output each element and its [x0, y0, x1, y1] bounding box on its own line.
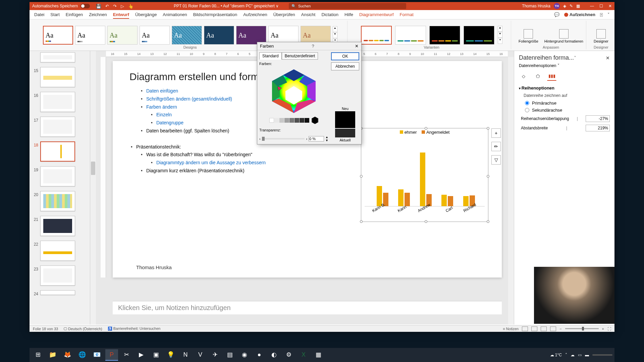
save-icon[interactable]: 💾: [96, 4, 101, 9]
slide-thumb[interactable]: [40, 52, 75, 62]
slide-thumb-23[interactable]: [40, 265, 75, 286]
variant-4[interactable]: [464, 26, 494, 45]
theme-2[interactable]: Aa: [75, 26, 105, 45]
tray-expand-icon[interactable]: ˄: [565, 353, 567, 357]
chrome-icon[interactable]: 🌐: [76, 349, 89, 361]
theme-3[interactable]: Aa: [107, 26, 138, 45]
tab-chartdesign[interactable]: Diagrammentwurf: [359, 12, 394, 17]
color-hexagon[interactable]: [267, 68, 321, 115]
tab-file[interactable]: Datei: [34, 12, 44, 17]
theme-6[interactable]: Aa: [204, 26, 234, 45]
lang-indicator[interactable]: 🖵 Deutsch (Österreich): [63, 327, 102, 331]
transp-right-icon[interactable]: ›: [306, 137, 307, 141]
slide-counter[interactable]: Folie 18 von 33: [33, 327, 58, 331]
dialog-close-icon[interactable]: ✕: [355, 44, 359, 49]
tab-slideshow[interactable]: Bildschirmpräsentation: [193, 12, 237, 17]
tab-design[interactable]: Entwurf: [113, 12, 129, 17]
minimize-button[interactable]: —: [590, 4, 594, 8]
network-icon[interactable]: ▬: [585, 353, 589, 357]
fit-button[interactable]: ⛶: [607, 327, 611, 331]
app-icon-3[interactable]: V: [194, 349, 207, 361]
start-icon[interactable]: ▷: [121, 4, 124, 9]
pane-close-icon[interactable]: ✕: [606, 55, 610, 61]
ok-button[interactable]: OK: [331, 52, 359, 60]
series-tab-icon[interactable]: ▮▮▮: [547, 71, 556, 81]
tab-review[interactable]: Überprüfen: [273, 12, 295, 17]
firefox-icon[interactable]: 🦊: [61, 349, 74, 361]
theme-1[interactable]: Aa: [43, 26, 73, 45]
editor-scrollbar[interactable]: [508, 57, 514, 324]
battery-icon[interactable]: ▭: [578, 353, 582, 357]
slide-thumb-22[interactable]: [40, 241, 75, 261]
app-icon-1[interactable]: ▣: [150, 349, 162, 361]
slide-thumb-24[interactable]: [40, 290, 75, 295]
excel-icon[interactable]: X: [297, 349, 310, 361]
theme-4[interactable]: Aa: [140, 26, 170, 45]
app-icon-5[interactable]: ●: [253, 349, 266, 361]
tab-view[interactable]: Ansicht: [301, 12, 316, 17]
theme-5[interactable]: Aa: [172, 26, 202, 45]
gap-input[interactable]: [586, 125, 610, 131]
tab-standard[interactable]: Standard: [259, 52, 282, 60]
variant-1[interactable]: [361, 26, 392, 45]
onedrive-icon[interactable]: ☁: [571, 353, 575, 357]
file-explorer-icon[interactable]: 📁: [46, 349, 59, 361]
series-options-section[interactable]: Reihenoptionen: [519, 85, 610, 90]
start-menu[interactable]: ⊞: [32, 349, 44, 361]
spin-down[interactable]: ▼: [325, 139, 328, 142]
view-reading[interactable]: [541, 326, 547, 331]
tab-transitions[interactable]: Übergänge: [135, 12, 157, 17]
dialog-help-icon[interactable]: ?: [312, 44, 314, 49]
telegram-icon[interactable]: ✈: [209, 349, 221, 361]
autosave-toggle[interactable]: [80, 4, 90, 8]
obs-icon[interactable]: ◉: [238, 349, 251, 361]
view-slideshow[interactable]: [550, 326, 556, 331]
document-name[interactable]: PPT 01 Roter Faden 00... • Auf "diesem P…: [174, 4, 279, 8]
variant-2[interactable]: [395, 26, 426, 45]
comments-icon[interactable]: 💬: [554, 12, 559, 17]
close-button[interactable]: ✕: [608, 4, 612, 8]
settings-icon[interactable]: ⚙: [282, 349, 295, 361]
onenote-icon[interactable]: N: [179, 349, 192, 361]
zoom-slider[interactable]: [565, 328, 599, 329]
tab-format[interactable]: Format: [400, 12, 414, 17]
chart-style-button[interactable]: ✏: [491, 142, 501, 151]
maximize-button[interactable]: ☐: [599, 4, 603, 8]
tab-record[interactable]: Aufzeichnen: [243, 12, 267, 17]
slide-thumb-19[interactable]: [40, 166, 75, 186]
chart-object[interactable]: ehmer Angemeldet Karin B. Karin Andrew: [361, 128, 488, 222]
app-icon-7[interactable]: ▦: [312, 349, 325, 361]
effects-tab-icon[interactable]: ⬠: [533, 71, 542, 81]
variant-3[interactable]: [429, 26, 460, 45]
slidesize-button[interactable]: Foliengröße: [517, 28, 540, 45]
slide-footer[interactable]: Thomas Hruska: [136, 264, 172, 270]
weather-widget[interactable]: ☁ 1°C: [550, 353, 562, 357]
transparency-slider[interactable]: [262, 138, 305, 139]
accessibility-check[interactable]: ♿ Barrierefreiheit: Untersuchen: [108, 326, 161, 331]
slide-thumb-16[interactable]: [40, 92, 75, 112]
calendar-icon[interactable]: ▦: [576, 4, 580, 8]
theme-scroll[interactable]: ▲▼▾: [333, 26, 337, 44]
variant-scroll[interactable]: ▲▼▾: [498, 26, 502, 45]
app-icon-4[interactable]: ▤: [223, 349, 236, 361]
tab-help[interactable]: Hilfe: [344, 12, 353, 17]
tab-animations[interactable]: Animationen: [163, 12, 187, 17]
slide-thumb-17[interactable]: [40, 117, 75, 137]
tab-start[interactable]: Start: [50, 12, 59, 17]
formatbg-button[interactable]: Hintergrund formatieren: [543, 28, 585, 45]
chart-add-element-button[interactable]: +: [491, 128, 501, 138]
thumb-scrollbar[interactable]: [90, 51, 96, 324]
app-icon-6[interactable]: ◐: [268, 349, 280, 361]
spin-up[interactable]: ▲: [325, 135, 328, 139]
cancel-button[interactable]: Abbrechen: [331, 62, 359, 70]
avatar[interactable]: TH: [554, 3, 560, 9]
view-normal[interactable]: [522, 326, 528, 331]
slide-thumb-18[interactable]: [40, 141, 75, 162]
view-sorter[interactable]: [531, 326, 537, 331]
grayscale-row[interactable]: [259, 117, 328, 124]
redo-icon[interactable]: ↷: [113, 4, 117, 9]
search-input[interactable]: 🔍 Suchen: [289, 3, 406, 9]
outlook-icon[interactable]: 📧: [91, 349, 103, 361]
notes-pane[interactable]: Klicken Sie, um Notizen hinzuzufügen: [113, 301, 502, 314]
transp-left-icon[interactable]: ‹: [259, 137, 261, 141]
